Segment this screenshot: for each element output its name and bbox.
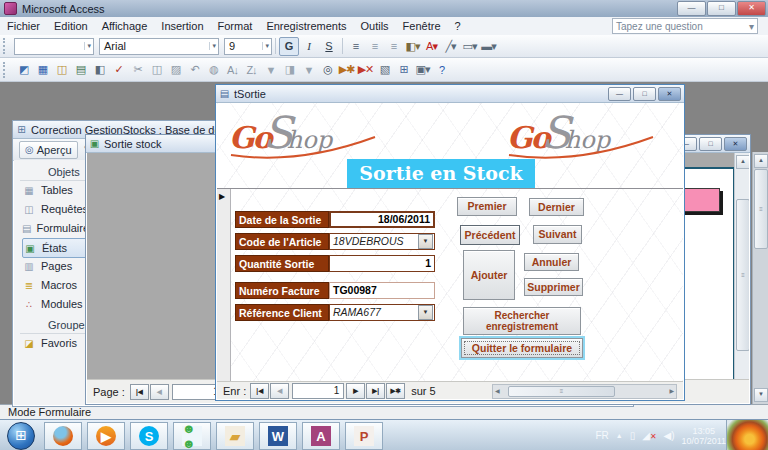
ask-question-box[interactable]: Tapez une question ▾ [612,18,758,34]
insert-hyperlink-icon[interactable]: ◍ [204,61,223,79]
sidebar-item-tables[interactable]: ▦ Tables [22,181,92,199]
supprimer-button[interactable]: Supprimer [524,278,583,296]
menu-help[interactable]: ? [448,18,468,34]
field-input-reference-client[interactable]: RAMA677 ▼ [329,304,435,321]
firefox-icon[interactable] [44,422,82,450]
minimize-button[interactable]: — [677,1,706,16]
report-vertical-scrollbar[interactable]: ▲ ≡ [734,153,749,379]
prev-page-button[interactable]: ◀ [150,384,169,400]
language-indicator[interactable]: FR [595,430,608,441]
border-width-icon[interactable]: ▭▾ [460,37,479,55]
desktop-photo-thumbnail[interactable] [726,420,768,450]
help-icon[interactable]: ? [432,61,451,79]
toolbar-grip[interactable] [3,38,10,54]
report-close-button[interactable]: ✕ [724,137,747,151]
sidebar-item-formulaires[interactable]: ▤ Formulaires [22,219,92,237]
paste-icon[interactable]: ▨ [166,61,185,79]
view-design-icon[interactable]: ◩ [14,61,33,79]
sidebar-item-modules[interactable]: ∴ Modules [22,295,92,313]
first-record-button[interactable]: |◀ [250,383,269,399]
fill-color-icon[interactable]: ◧▾ [403,37,422,55]
dernier-button[interactable]: Dernier [529,198,584,216]
scroll-right-icon[interactable]: ▶ [669,387,674,394]
skype-icon[interactable]: S [130,422,168,450]
quitter-formulaire-button[interactable]: Quitter le formulaire [461,338,583,358]
sort-ascending-icon[interactable]: A↓ [223,61,242,79]
ajouter-button[interactable]: Ajouter [463,250,515,300]
menu-format[interactable]: Format [211,18,260,34]
align-left-icon[interactable]: ≡ [346,37,365,55]
sidebar-item-macros[interactable]: ≣ Macros [22,276,92,294]
database-window-icon[interactable]: ⊞ [394,61,413,79]
form-horizontal-scrollbar[interactable]: ◀ ≡ ▶ [492,384,677,399]
messenger-icon[interactable]: ☻☻ [173,422,211,450]
copy-icon[interactable]: ◫ [147,61,166,79]
access-icon[interactable]: A [302,422,340,450]
filter-by-selection-icon[interactable]: ▼ [261,61,280,79]
apply-filter-icon[interactable]: ▼ [299,61,318,79]
hidden-icons-arrow[interactable]: ▲ [616,432,623,439]
menu-edition[interactable]: Edition [47,18,95,34]
battery-icon[interactable]: ▯ [630,430,636,441]
scroll-thumb[interactable]: ≡ [508,386,615,397]
clock[interactable]: 13:05 10/07/2011 [682,426,726,446]
menu-enregistrements[interactable]: Enregistrements [259,18,353,34]
field-input-numero-facture[interactable]: TG00987 [329,282,435,299]
menu-affichage[interactable]: Affichage [95,18,155,34]
underline-button[interactable]: S [319,37,339,56]
powerpoint-icon[interactable]: P [345,422,383,450]
explorer-folder-icon[interactable]: ▰ [216,422,254,450]
scroll-down-icon[interactable]: ▼ [754,388,768,402]
field-input-quantite-sortie[interactable]: 1 [329,255,435,272]
menu-outils[interactable]: Outils [353,18,395,34]
form-window-titlebar[interactable]: ▤ tSortie — □ ✕ [216,85,684,103]
sidebar-item-etats[interactable]: ▣ États [22,238,94,258]
volume-icon[interactable]: ◀) [664,430,675,441]
special-effect-icon[interactable]: ▬▾ [479,37,498,55]
file-search-icon[interactable]: ◫ [52,61,71,79]
annuler-button[interactable]: Annuler [524,253,579,271]
maximize-button[interactable]: □ [707,1,736,16]
scroll-up-icon[interactable]: ▲ [736,155,749,169]
new-record-icon[interactable]: ▶✱ [337,61,356,79]
line-color-icon[interactable]: ╱▾ [441,37,460,55]
field-input-code-article[interactable]: 18VDEBROUS ▼ [329,233,435,250]
first-page-button[interactable]: |◀ [130,384,149,400]
find-icon[interactable]: ◎ [318,61,337,79]
record-number-box[interactable]: 1 [292,383,344,399]
scroll-thumb[interactable]: ≡ [754,169,768,249]
form-close-button[interactable]: ✕ [658,87,681,101]
new-object-icon[interactable]: ▣▾ [413,61,432,79]
combo-dropdown-icon[interactable]: ▼ [418,305,433,320]
align-center-icon[interactable]: ≡ [365,37,384,55]
mdi-vertical-scrollbar[interactable]: ▲ ≡ ▼ [752,152,768,404]
menu-fichier[interactable]: Fichier [0,18,47,34]
scroll-left-icon[interactable]: ◀ [495,387,500,394]
bold-button[interactable]: G [279,37,299,56]
filter-by-form-icon[interactable]: ◨ [280,61,299,79]
sidebar-item-pages[interactable]: ▥ Pages [22,257,92,275]
report-maximize-button[interactable]: □ [699,137,722,151]
preview-button[interactable]: ◎ Aperçu [19,141,78,159]
sidebar-item-favoris[interactable]: ◪ Favoris [22,334,92,352]
field-input-date-sortie[interactable]: 18/06/2011 [329,211,435,228]
undo-icon[interactable]: ↶ [185,61,204,79]
rechercher-enregistrement-button[interactable]: Rechercher enregistrement [463,307,581,335]
close-button[interactable]: ✕ [737,1,766,16]
align-right-icon[interactable]: ≡ [384,37,403,55]
form-minimize-button[interactable]: — [608,87,631,101]
object-selector-combo[interactable]: ▾ [14,38,94,55]
start-button[interactable]: ⊞ [7,422,35,450]
premier-button[interactable]: Premier [457,197,517,216]
suivant-button[interactable]: Suivant [533,225,582,244]
scroll-up-icon[interactable]: ▲ [754,154,768,168]
prev-record-button[interactable]: ◀ [270,383,289,399]
form-maximize-button[interactable]: □ [633,87,656,101]
font-color-icon[interactable]: A▾ [422,37,441,55]
new-record-button[interactable]: ▶✱ [386,383,405,399]
record-selector-strip[interactable]: ▶ [217,189,231,381]
properties-icon[interactable]: ▧ [375,61,394,79]
scroll-thumb[interactable]: ≡ [736,199,749,351]
spelling-icon[interactable]: ✓ [109,61,128,79]
save-icon[interactable]: ▦ [33,61,52,79]
